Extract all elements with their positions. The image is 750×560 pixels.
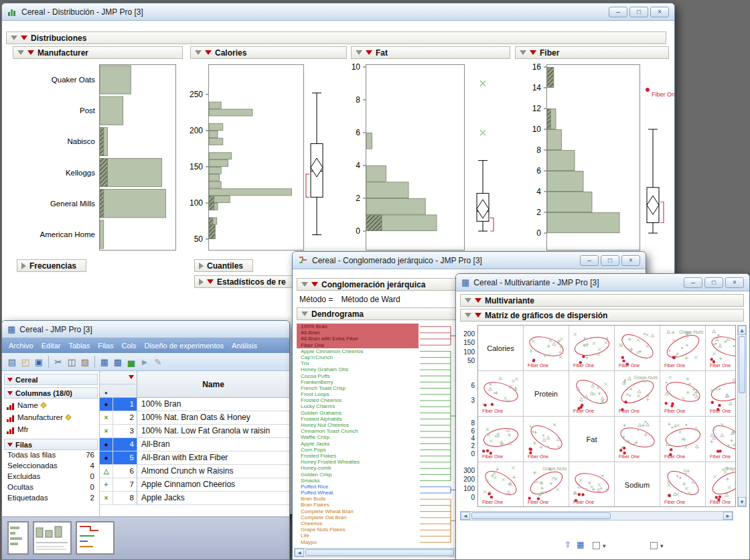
- section-fiber[interactable]: Fiber: [515, 46, 669, 59]
- scatter-cell[interactable]: Fiber One: [478, 371, 524, 417]
- selected-point[interactable]: [715, 496, 718, 498]
- disclosure-open-icon[interactable]: [195, 50, 202, 55]
- dendrogram-leaf[interactable]: Trix: [297, 360, 419, 366]
- menu-item-6[interactable]: Diseño de experimentos: [140, 342, 228, 350]
- disclosure-closed-icon[interactable]: [199, 263, 204, 269]
- cut-icon[interactable]: ✂: [52, 358, 65, 366]
- histogram-bar-selected[interactable]: [547, 67, 554, 87]
- minimize-button[interactable]: –: [580, 255, 599, 266]
- scatter-cell[interactable]: Fiber One: [706, 417, 736, 462]
- minimize-button[interactable]: –: [684, 277, 702, 288]
- grid-view-icon[interactable]: ▩: [111, 358, 125, 366]
- dendrogram-leaf[interactable]: Honey Frosted Wheaties: [297, 459, 419, 465]
- marker-legend-dot[interactable]: ●: [104, 390, 108, 396]
- scroll-down-button[interactable]: ▼: [738, 497, 746, 506]
- scatter-cell[interactable]: Fiber OneGrape-Nuts: [660, 326, 706, 371]
- scatter-cell[interactable]: Fiber OneGrape-Nuts: [524, 462, 569, 507]
- row-marker-tri[interactable]: △: [100, 465, 113, 478]
- selected-point[interactable]: [670, 405, 673, 407]
- column-header-name[interactable]: Name: [137, 371, 289, 398]
- scatter-cell[interactable]: Fiber One: [615, 417, 660, 462]
- selected-point[interactable]: [622, 360, 625, 362]
- dendrogram-leaf[interactable]: FrankenBerry: [297, 379, 419, 385]
- scrollbar-thumb[interactable]: [739, 336, 745, 393]
- outlier-x-marker[interactable]: [480, 81, 485, 86]
- checkbox[interactable]: [650, 542, 658, 549]
- section-multivariante[interactable]: Multivariante: [460, 294, 744, 307]
- selected-point[interactable]: [623, 447, 625, 449]
- outlier-point[interactable]: [646, 88, 650, 92]
- menu-item-3[interactable]: Tablas: [64, 342, 94, 350]
- histogram-bar[interactable]: [547, 150, 575, 170]
- copy-icon[interactable]: ◫: [65, 358, 78, 366]
- histogram-bar[interactable]: [209, 109, 252, 116]
- caret-down-icon[interactable]: ▾: [660, 543, 664, 549]
- minimize-button[interactable]: –: [609, 7, 627, 17]
- selected-point[interactable]: [718, 404, 721, 407]
- dendrogram-leaf[interactable]: Bran Buds: [297, 496, 419, 502]
- titlebar[interactable]: ▦ Cereal - JMP Pro [3]: [2, 321, 289, 338]
- section-cuantiles[interactable]: Cuantiles: [194, 259, 253, 272]
- histogram-bar-selected[interactable]: [366, 215, 382, 231]
- red-triangle-menu-icon[interactable]: [7, 391, 13, 395]
- row-stat-2[interactable]: Seleccionadas4: [4, 462, 98, 472]
- scatter-cell[interactable]: Fiber One: [660, 417, 706, 462]
- selected-point[interactable]: [532, 358, 535, 361]
- grid-corner-cell[interactable]: ●: [100, 371, 137, 398]
- scatter-cell[interactable]: Fiber One: [706, 326, 736, 371]
- scatter-cell[interactable]: Fiber One: [524, 326, 569, 371]
- rows-panel-header[interactable]: Filas: [4, 439, 98, 450]
- close-button[interactable]: ×: [725, 277, 744, 288]
- histogram-bar[interactable]: [100, 66, 131, 94]
- selected-point[interactable]: [491, 403, 494, 406]
- row-stat-1[interactable]: Todas las filas76: [4, 451, 98, 462]
- selected-point[interactable]: [624, 401, 627, 403]
- menu-item-7[interactable]: Análisis: [228, 342, 261, 350]
- table-panel-header[interactable]: Cereal: [4, 374, 98, 385]
- row-number-cell[interactable]: 8: [113, 492, 137, 504]
- selected-point[interactable]: [482, 449, 485, 452]
- cell-name[interactable]: All-Bran with Extra Fiber: [137, 451, 289, 464]
- dendrogram-leaf[interactable]: Life: [297, 533, 419, 539]
- scroll-left-button[interactable]: ◄: [295, 549, 304, 557]
- dendrogram-leaf[interactable]: Cinnamon Toast Crunch: [297, 428, 419, 434]
- dendrogram-leaf[interactable]: Golden Crisp: [297, 472, 419, 478]
- selected-point[interactable]: [670, 448, 672, 451]
- histogram-bar[interactable]: [209, 138, 223, 145]
- selected-point[interactable]: [672, 356, 675, 358]
- histogram-bar[interactable]: [547, 192, 592, 212]
- dendrogram-leaf[interactable]: Honey Nut Cheerios: [297, 422, 419, 428]
- red-triangle-menu-icon[interactable]: [311, 282, 318, 287]
- row-marker-x[interactable]: ×: [100, 425, 113, 437]
- selected-point[interactable]: [665, 402, 668, 405]
- histogram-bar-selected[interactable]: [100, 127, 104, 155]
- table-menu-red-triangle-icon[interactable]: [129, 375, 134, 379]
- dendrogram-leaf[interactable]: Complete Wheat Bran: [297, 508, 419, 514]
- window-thumbnail[interactable]: [33, 521, 72, 555]
- selected-point[interactable]: [710, 358, 713, 360]
- distribution-window-icon[interactable]: [7, 7, 17, 17]
- selected-point[interactable]: [483, 404, 486, 407]
- histogram-bar-selected[interactable]: [209, 203, 214, 210]
- selected-point[interactable]: [490, 496, 493, 498]
- maximize-button[interactable]: □: [704, 277, 723, 288]
- row-number-cell[interactable]: 6: [113, 465, 137, 478]
- multivariate-window-icon[interactable]: ▦: [461, 278, 469, 287]
- box-plot-box[interactable]: [647, 188, 659, 223]
- selected-point[interactable]: [719, 449, 721, 452]
- histogram-bar-selected[interactable]: [209, 232, 215, 239]
- histogram-bar[interactable]: [209, 124, 223, 131]
- histogram-bar[interactable]: [209, 218, 217, 224]
- window-thumbnail[interactable]: [76, 521, 115, 555]
- annotate-icon[interactable]: ✎: [151, 358, 165, 366]
- histogram-bar[interactable]: [209, 131, 218, 137]
- box-plot-box[interactable]: [311, 143, 323, 197]
- dendrogram-leaf[interactable]: Frosted Alphabits: [297, 416, 419, 422]
- scatter-cell[interactable]: Fiber OneGrape-Nuts: [615, 371, 660, 417]
- close-button[interactable]: ×: [650, 7, 669, 17]
- red-triangle-menu-icon[interactable]: [207, 279, 214, 284]
- checkbox[interactable]: [593, 542, 600, 549]
- histogram-bar[interactable]: [366, 165, 386, 182]
- menu-item-2[interactable]: Editar: [38, 342, 65, 350]
- disclosure-closed-icon[interactable]: [21, 263, 26, 269]
